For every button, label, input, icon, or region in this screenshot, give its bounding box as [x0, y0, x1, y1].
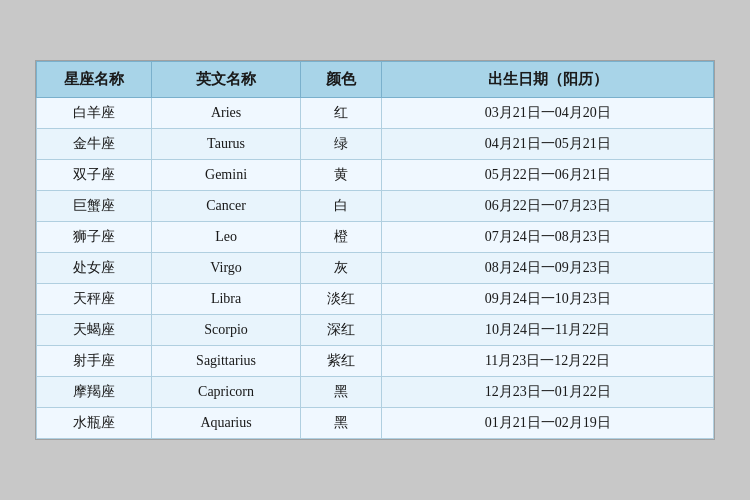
- cell-color: 黑: [301, 377, 382, 408]
- table-row: 天秤座Libra淡红09月24日一10月23日: [37, 284, 714, 315]
- table-row: 双子座Gemini黄05月22日一06月21日: [37, 160, 714, 191]
- table-header-row: 星座名称 英文名称 颜色 出生日期（阳历）: [37, 62, 714, 98]
- cell-en: Gemini: [152, 160, 301, 191]
- table-row: 摩羯座Capricorn黑12月23日一01月22日: [37, 377, 714, 408]
- cell-color: 黄: [301, 160, 382, 191]
- table-row: 射手座Sagittarius紫红11月23日一12月22日: [37, 346, 714, 377]
- cell-en: Capricorn: [152, 377, 301, 408]
- cell-color: 淡红: [301, 284, 382, 315]
- header-date: 出生日期（阳历）: [382, 62, 714, 98]
- zodiac-table-container: 星座名称 英文名称 颜色 出生日期（阳历） 白羊座Aries红03月21日一04…: [35, 60, 715, 440]
- cell-en: Aquarius: [152, 408, 301, 439]
- cell-color: 红: [301, 98, 382, 129]
- cell-zh: 水瓶座: [37, 408, 152, 439]
- cell-zh: 天秤座: [37, 284, 152, 315]
- cell-en: Taurus: [152, 129, 301, 160]
- cell-zh: 白羊座: [37, 98, 152, 129]
- cell-date: 10月24日一11月22日: [382, 315, 714, 346]
- cell-en: Aries: [152, 98, 301, 129]
- cell-color: 绿: [301, 129, 382, 160]
- cell-color: 深红: [301, 315, 382, 346]
- cell-color: 白: [301, 191, 382, 222]
- table-row: 狮子座Leo橙07月24日一08月23日: [37, 222, 714, 253]
- cell-date: 07月24日一08月23日: [382, 222, 714, 253]
- cell-color: 紫红: [301, 346, 382, 377]
- table-row: 处女座Virgo灰08月24日一09月23日: [37, 253, 714, 284]
- cell-zh: 天蝎座: [37, 315, 152, 346]
- cell-en: Libra: [152, 284, 301, 315]
- table-row: 水瓶座Aquarius黑01月21日一02月19日: [37, 408, 714, 439]
- cell-date: 11月23日一12月22日: [382, 346, 714, 377]
- cell-date: 01月21日一02月19日: [382, 408, 714, 439]
- cell-zh: 双子座: [37, 160, 152, 191]
- cell-en: Sagittarius: [152, 346, 301, 377]
- cell-color: 灰: [301, 253, 382, 284]
- cell-en: Scorpio: [152, 315, 301, 346]
- cell-zh: 狮子座: [37, 222, 152, 253]
- cell-date: 09月24日一10月23日: [382, 284, 714, 315]
- cell-color: 黑: [301, 408, 382, 439]
- cell-color: 橙: [301, 222, 382, 253]
- cell-date: 12月23日一01月22日: [382, 377, 714, 408]
- cell-date: 08月24日一09月23日: [382, 253, 714, 284]
- header-zh: 星座名称: [37, 62, 152, 98]
- cell-zh: 巨蟹座: [37, 191, 152, 222]
- cell-zh: 摩羯座: [37, 377, 152, 408]
- cell-en: Cancer: [152, 191, 301, 222]
- cell-zh: 射手座: [37, 346, 152, 377]
- cell-date: 05月22日一06月21日: [382, 160, 714, 191]
- table-row: 天蝎座Scorpio深红10月24日一11月22日: [37, 315, 714, 346]
- cell-zh: 金牛座: [37, 129, 152, 160]
- header-color: 颜色: [301, 62, 382, 98]
- cell-en: Virgo: [152, 253, 301, 284]
- table-row: 白羊座Aries红03月21日一04月20日: [37, 98, 714, 129]
- cell-en: Leo: [152, 222, 301, 253]
- zodiac-table: 星座名称 英文名称 颜色 出生日期（阳历） 白羊座Aries红03月21日一04…: [36, 61, 714, 439]
- header-en: 英文名称: [152, 62, 301, 98]
- cell-date: 03月21日一04月20日: [382, 98, 714, 129]
- cell-date: 06月22日一07月23日: [382, 191, 714, 222]
- cell-date: 04月21日一05月21日: [382, 129, 714, 160]
- table-row: 金牛座Taurus绿04月21日一05月21日: [37, 129, 714, 160]
- table-row: 巨蟹座Cancer白06月22日一07月23日: [37, 191, 714, 222]
- cell-zh: 处女座: [37, 253, 152, 284]
